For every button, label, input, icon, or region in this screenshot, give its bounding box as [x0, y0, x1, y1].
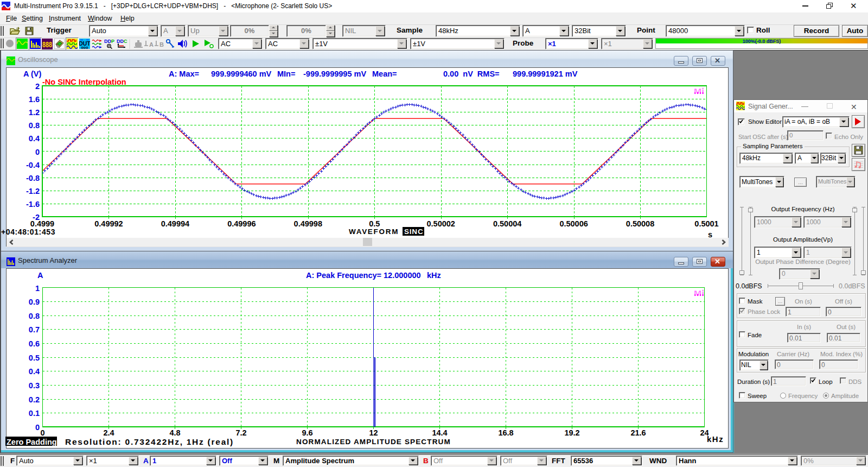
svg-text:Mi: Mi — [694, 87, 704, 94]
svg-text:Mi: Mi — [694, 289, 704, 296]
svg-text:A: A — [149, 41, 154, 48]
svg-text:888: 888 — [42, 40, 52, 49]
svg-text:C: C — [124, 39, 127, 44]
svg-text:DD: DD — [117, 39, 124, 44]
svg-text:ooo: ooo — [81, 46, 88, 49]
svg-text:P: P — [111, 39, 114, 44]
svg-text:DD: DD — [104, 39, 111, 44]
svg-text:B: B — [159, 41, 164, 48]
